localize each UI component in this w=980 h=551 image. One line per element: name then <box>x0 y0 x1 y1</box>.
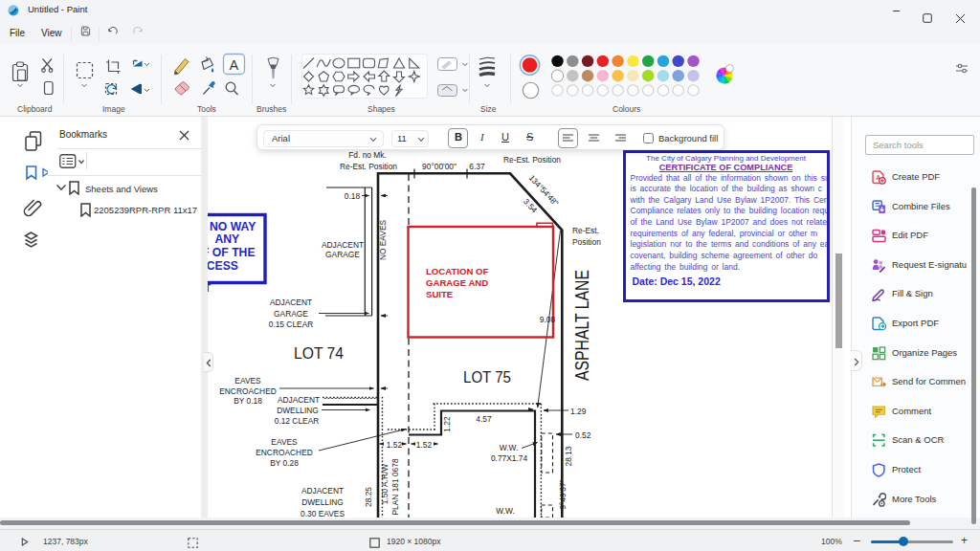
svg-text:Position: Position <box>572 237 601 247</box>
svg-text:LOT 75: LOT 75 <box>463 368 511 386</box>
svg-text:CCESS: CCESS <box>198 259 238 273</box>
svg-text:4.57: 4.57 <box>476 414 492 424</box>
svg-text:NO EAVES: NO EAVES <box>378 219 388 260</box>
svg-text:Re-Est. Position: Re-Est. Position <box>503 155 561 165</box>
svg-text:0.18: 0.18 <box>345 191 361 201</box>
svg-text:1.29: 1.29 <box>570 407 587 416</box>
svg-text:Fd. no Mk.: Fd. no Mk. <box>348 150 387 160</box>
svg-text:ASPHALT LANE: ASPHALT LANE <box>571 270 592 381</box>
svg-text:ADJACENT: ADJACENT <box>322 240 364 250</box>
svg-text:ANY: ANY <box>215 232 240 246</box>
svg-text:0.15 CLEAR: 0.15 CLEAR <box>269 320 314 329</box>
svg-text:1.50 A.R/W: 1.50 A.R/W <box>380 464 390 504</box>
svg-text:9.08: 9.08 <box>540 315 556 324</box>
svg-text:9°49'37": 9°49'37" <box>558 479 568 509</box>
svg-text:1.52: 1.52 <box>387 440 403 450</box>
svg-text:EAVES: EAVES <box>234 376 261 386</box>
svg-text:0.77X1.74: 0.77X1.74 <box>491 453 528 463</box>
svg-text:DWELLING: DWELLING <box>301 497 344 507</box>
svg-text:DWELLING: DWELLING <box>277 406 319 415</box>
svg-text:0.30 EAVES: 0.30 EAVES <box>301 509 345 518</box>
svg-text:GARAGE AND: GARAGE AND <box>426 277 488 288</box>
svg-text:28.25: 28.25 <box>364 487 373 507</box>
svg-text:EAVES: EAVES <box>271 437 298 447</box>
svg-text:PLAN 181 0678: PLAN 181 0678 <box>390 458 400 515</box>
svg-text:ENCROACHED: ENCROACHED <box>219 386 277 396</box>
svg-text:0.12 CLEAR: 0.12 CLEAR <box>275 416 320 426</box>
svg-text:ADJACENT: ADJACENT <box>301 486 344 496</box>
svg-text:1.22: 1.22 <box>442 416 452 432</box>
svg-text:ADJACENT: ADJACENT <box>270 298 312 307</box>
svg-text:Re-Est.: Re-Est. <box>572 226 599 235</box>
svg-text:ENCROACHED: ENCROACHED <box>256 448 313 457</box>
svg-text:GARAGE: GARAGE <box>325 250 360 259</box>
svg-text:3.54: 3.54 <box>522 197 540 215</box>
svg-text:NO WAY: NO WAY <box>210 220 256 233</box>
svg-text:SUITE: SUITE <box>426 289 454 299</box>
svg-text:BY 0.18: BY 0.18 <box>234 396 262 406</box>
svg-text:GARAGE: GARAGE <box>274 309 308 319</box>
svg-text:A: A <box>230 57 239 73</box>
svg-text:1.52: 1.52 <box>416 440 433 450</box>
svg-text:Re-Est. Position: Re-Est. Position <box>340 162 397 171</box>
svg-text:F OF THE: F OF THE <box>202 246 256 259</box>
svg-text:W.W.: W.W. <box>496 506 515 516</box>
svg-text:T: T <box>205 283 211 294</box>
svg-text:BY 0.28: BY 0.28 <box>270 458 299 468</box>
svg-text:W.W.: W.W. <box>500 443 519 452</box>
svg-text:LOT 74: LOT 74 <box>294 344 344 362</box>
svg-text:0.52: 0.52 <box>575 430 591 440</box>
svg-text:90°00'00": 90°00'00" <box>422 162 457 171</box>
svg-text:6.37: 6.37 <box>469 162 485 171</box>
svg-text:ADJACENT: ADJACENT <box>278 395 320 405</box>
svg-text:LOCATION OF: LOCATION OF <box>426 266 489 276</box>
svg-text:28.13: 28.13 <box>564 446 573 466</box>
